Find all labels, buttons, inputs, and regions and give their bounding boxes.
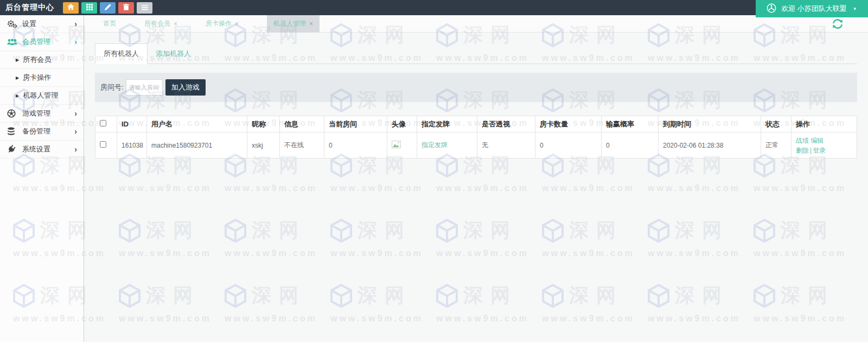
cell-current-room: 0 xyxy=(324,132,387,159)
sidebar-item-system-settings[interactable]: 系统设置 › xyxy=(0,141,84,159)
close-icon[interactable]: × xyxy=(309,20,313,28)
col-header-room-cards: 房卡数量 xyxy=(535,116,602,132)
user-menu-button[interactable]: 欢迎 小苏团队大联盟 ▼ xyxy=(756,0,868,17)
grid-shortcut-button[interactable] xyxy=(81,2,97,14)
room-number-input[interactable] xyxy=(126,79,163,96)
select-all-checkbox[interactable] xyxy=(100,120,106,126)
login-link[interactable]: 登录 xyxy=(813,147,826,154)
join-game-form: 房间号: 加入游戏 xyxy=(95,73,857,102)
shortcut-buttons xyxy=(63,2,152,14)
sidebar-item-game-management[interactable]: 游戏管理 › xyxy=(0,105,84,123)
crumb-label: 机器人管理 xyxy=(273,19,306,28)
caret-down-icon: ▼ xyxy=(853,7,857,11)
col-header-nickname: 昵称 xyxy=(247,116,280,132)
record-link[interactable]: 战绩 xyxy=(796,137,809,144)
col-header-current-room: 当前房间 xyxy=(324,116,387,132)
sidebar-item-label: 会员管理 xyxy=(22,37,50,47)
cell-username: machine1580923701 xyxy=(147,132,247,159)
crumb-tab-home[interactable]: 首页 xyxy=(103,15,116,33)
col-header-status: 状态 xyxy=(761,116,792,132)
assign-deal-link[interactable]: 指定发牌 xyxy=(422,141,448,149)
crumb-label: 所有会员 xyxy=(144,19,170,28)
col-header-avatar: 头像 xyxy=(387,116,417,132)
sidebar-item-label: 所有会员 xyxy=(23,55,51,65)
cell-perspective: 无 xyxy=(477,132,535,159)
crumb-label: 房卡操作 xyxy=(206,19,232,28)
chevron-right-icon: › xyxy=(74,20,77,28)
cell-id: 161038 xyxy=(117,132,147,159)
pencil-icon xyxy=(105,3,111,12)
col-header-id: ID xyxy=(117,116,147,132)
list-icon xyxy=(142,3,148,12)
col-header-actions: 操作 xyxy=(792,116,857,132)
col-header-win-rate: 输赢概率 xyxy=(602,116,659,132)
col-header-assign-deal: 指定发牌 xyxy=(417,116,477,132)
cell-room-cards: 0 xyxy=(535,132,602,159)
delete-shortcut-button[interactable] xyxy=(118,2,134,14)
edit-link[interactable]: 编辑 xyxy=(810,137,824,144)
col-header-info: 信息 xyxy=(280,116,324,132)
close-icon[interactable]: × xyxy=(174,20,177,28)
tab-all-robots[interactable]: 所有机器人 xyxy=(95,43,148,64)
content: 所有机器人 添加机器人 房间号: 加入游戏 ID 用户名 昵称 信息 xyxy=(84,33,868,169)
row-checkbox[interactable] xyxy=(100,141,106,148)
cell-avatar xyxy=(387,132,417,159)
home-shortcut-button[interactable] xyxy=(63,2,79,14)
col-header-expire-time: 到期时间 xyxy=(659,116,761,132)
sidebar-item-label: 备份管理 xyxy=(22,126,50,136)
cell-actions: 战绩 编辑 删除|登录 xyxy=(792,132,857,159)
soccer-icon xyxy=(7,109,19,118)
crumb-tab-room-card-ops[interactable]: 房卡操作 × xyxy=(206,15,239,33)
welcome-text: 欢迎 小苏团队大联盟 xyxy=(781,4,847,14)
top-bar: 后台管理中心 欢迎 小苏团队大联盟 ▼ xyxy=(0,0,868,15)
cell-win-rate: 0 xyxy=(602,132,659,159)
broken-image-icon xyxy=(392,142,401,150)
sidebar-item-member-management[interactable]: 会员管理 › xyxy=(0,33,84,51)
cell-assign-deal: 指定发牌 xyxy=(417,132,477,159)
sidebar-item-room-card-ops[interactable]: ▶ 房卡操作 xyxy=(0,69,84,87)
refresh-button[interactable] xyxy=(832,18,843,29)
breadcrumb: 首页 所有会员 × 房卡操作 × 机器人管理 × xyxy=(84,15,868,33)
triangle-right-icon: ▶ xyxy=(16,58,19,62)
join-game-button[interactable]: 加入游戏 xyxy=(165,79,206,96)
sidebar-item-settings[interactable]: 设置 › xyxy=(0,15,84,33)
app-title: 后台管理中心 xyxy=(0,3,63,12)
network-icon xyxy=(767,3,776,15)
gears-icon xyxy=(7,20,19,28)
sidebar-item-all-members[interactable]: ▶ 所有会员 xyxy=(0,51,84,69)
sidebar-item-backup-management[interactable]: 备份管理 › xyxy=(0,123,84,141)
main-area: 首页 所有会员 × 房卡操作 × 机器人管理 × 所有机器人 添加机器人 房间号… xyxy=(84,15,868,342)
plug-icon xyxy=(7,145,19,154)
col-header-username: 用户名 xyxy=(147,116,247,132)
tab-add-robot[interactable]: 添加机器人 xyxy=(148,44,199,64)
edit-shortcut-button[interactable] xyxy=(100,2,116,14)
cell-status: 正常 xyxy=(761,132,792,159)
action-separator: | xyxy=(810,147,812,154)
list-shortcut-button[interactable] xyxy=(137,2,152,14)
users-icon xyxy=(7,38,19,46)
triangle-right-icon: ▶ xyxy=(16,93,19,98)
chevron-right-icon: › xyxy=(74,109,77,118)
table-row: 161038 machine1580923701 xskj 不在线 0 指定发牌… xyxy=(95,132,857,159)
delete-link[interactable]: 删除 xyxy=(796,147,809,154)
sidebar: 设置 › 会员管理 › ▶ 所有会员 ▶ 房卡操作 ▶ 机器人管理 游戏管理 ›… xyxy=(0,15,84,342)
sidebar-item-label: 房卡操作 xyxy=(23,73,51,83)
crumb-tab-all-members[interactable]: 所有会员 × xyxy=(144,15,177,33)
chevron-right-icon: › xyxy=(74,37,77,46)
cell-expire-time: 2020-02-06 01:28:38 xyxy=(659,132,761,159)
chevron-right-icon: › xyxy=(74,145,77,154)
sidebar-item-label: 系统设置 xyxy=(22,144,50,154)
room-number-label: 房间号: xyxy=(100,83,124,92)
sidebar-item-label: 设置 xyxy=(22,19,36,29)
sidebar-item-label: 游戏管理 xyxy=(22,109,50,118)
chevron-right-icon: › xyxy=(74,127,77,136)
home-icon xyxy=(67,3,74,12)
cell-nickname: xskj xyxy=(247,132,280,159)
robot-table: ID 用户名 昵称 信息 当前房间 头像 指定发牌 是否透视 房卡数量 输赢概率… xyxy=(95,116,857,159)
crumb-tab-robot-management[interactable]: 机器人管理 × xyxy=(267,15,320,33)
close-icon[interactable]: × xyxy=(235,20,239,28)
col-header-perspective: 是否透视 xyxy=(477,116,535,132)
sidebar-item-robot-management[interactable]: ▶ 机器人管理 xyxy=(0,87,84,105)
grid-icon xyxy=(86,3,93,12)
table-header-row: ID 用户名 昵称 信息 当前房间 头像 指定发牌 是否透视 房卡数量 输赢概率… xyxy=(95,116,857,132)
